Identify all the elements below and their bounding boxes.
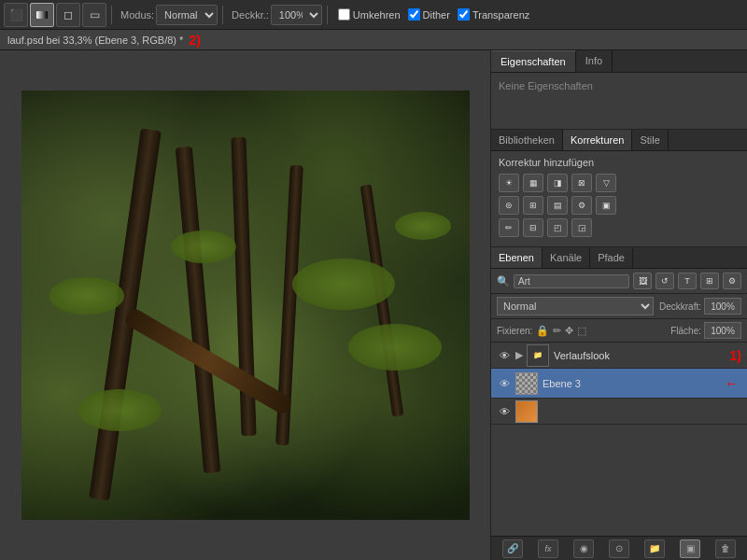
no-properties-text: Keine Eigenschaften xyxy=(499,80,740,91)
layers-mode-row: Normal Deckkraft: xyxy=(491,294,747,319)
umkehren-group: Umkehren xyxy=(338,8,401,21)
tab-kanaele[interactable]: Kanäle xyxy=(543,247,590,268)
dither-label: Dither xyxy=(423,9,450,21)
adjustment-layer-btn[interactable]: ⊙ xyxy=(609,539,629,558)
korr-icon-vibrance[interactable]: ▽ xyxy=(596,174,616,192)
modus-select[interactable]: Normal xyxy=(156,5,218,25)
opacity-group: Deckkraft: xyxy=(659,298,741,315)
layers-search-input[interactable] xyxy=(518,276,625,287)
layer-item-ebene3[interactable]: 👁 Ebene 3 ← xyxy=(491,369,747,399)
layer-filter-btn-3[interactable]: T xyxy=(678,273,697,289)
search-icon: 🔍 xyxy=(497,275,510,287)
deckk-label: Deckkr.: xyxy=(232,9,269,21)
moss-2 xyxy=(348,324,442,371)
layer-group-verlaufslook[interactable]: 👁 ▶ 📁 Verlaufslook 1) xyxy=(491,343,747,369)
new-group-btn[interactable]: 📁 xyxy=(644,539,665,558)
fix-icon-move[interactable]: ✥ xyxy=(565,325,573,337)
new-layer-btn[interactable]: ▣ xyxy=(680,539,700,558)
tool-btn-3[interactable]: ◻ xyxy=(56,3,80,27)
layer-item-gradient[interactable]: 👁 xyxy=(491,399,747,425)
right-panel: Eigenschaften Info Keine Eigenschaften B… xyxy=(490,50,747,560)
document-title: lauf.psd bei 33,3% (Ebene 3, RGB/8) * xyxy=(7,35,183,46)
moss-1 xyxy=(49,277,124,315)
layer-filter-btn-2[interactable]: ↺ xyxy=(655,273,674,289)
layers-tabs: Ebenen Kanäle Pfade xyxy=(491,247,747,269)
add-mask-btn[interactable]: ◉ xyxy=(573,539,594,558)
korr-icon-hsl[interactable]: ⊜ xyxy=(499,196,519,215)
tab-korrekturen[interactable]: Korrekturen xyxy=(563,130,632,150)
eye-icon-verlaufslook[interactable]: 👁 xyxy=(497,348,512,363)
annotation-1-label: 1) xyxy=(730,348,741,363)
korr-icon-curves[interactable]: ◨ xyxy=(547,174,568,192)
fix-icon-artboard[interactable]: ⬚ xyxy=(577,325,586,337)
opacity-input[interactable] xyxy=(704,298,741,315)
tab-bibliotheken[interactable]: Bibliotheken xyxy=(491,130,563,150)
flache-label: Fläche: xyxy=(670,326,701,336)
fixieren-row: Fixieren: 🔒 ✏ ✥ ⬚ Fläche: xyxy=(491,319,747,343)
korr-icon-photofilt[interactable]: ⚙ xyxy=(571,196,592,215)
layer-filter-btn-4[interactable]: ⊞ xyxy=(700,273,719,289)
tab-stile[interactable]: Stile xyxy=(632,130,668,150)
korr-icon-colorbal[interactable]: ⊞ xyxy=(523,196,543,215)
korr-icon-exposure[interactable]: ⊠ xyxy=(571,174,592,192)
fix-icon-brush[interactable]: ✏ xyxy=(553,325,561,337)
korr-icons-row-3: ✏ ⊟ ◰ ◲ xyxy=(499,218,740,237)
tool-btn-gradient[interactable] xyxy=(30,3,54,27)
opacity-label: Deckkraft: xyxy=(659,301,701,312)
folder-thumb-verlaufslook: 📁 xyxy=(527,344,549,367)
tab-pfade[interactable]: Pfade xyxy=(590,247,633,268)
korr-icon-channelmix[interactable]: ▣ xyxy=(596,196,616,215)
tree-trunk-3 xyxy=(89,128,161,500)
layer-list: 👁 ▶ 📁 Verlaufslook 1) 👁 Ebene 3 ← 👁 xyxy=(491,343,747,536)
eye-icon-ebene3[interactable]: 👁 xyxy=(497,376,512,391)
layers-section: Ebenen Kanäle Pfade 🔍 🖼 ↺ T ⊞ ⚙ Normal xyxy=(491,247,747,560)
korr-icon-threshold[interactable]: ◰ xyxy=(547,218,568,237)
transparenz-checkbox[interactable] xyxy=(458,8,470,21)
layer-effects-btn[interactable]: fx xyxy=(538,539,558,558)
layer-filter-btn-1[interactable]: 🖼 xyxy=(633,273,652,289)
korr-icons-row-1: ☀ ▦ ◨ ⊠ ▽ xyxy=(499,174,740,192)
layer-filter-btn-5[interactable]: ⚙ xyxy=(723,273,741,289)
main-toolbar: ⬛ ◻ ▭ Modus: Normal Deckkr.: 100% Umkehr… xyxy=(0,0,747,30)
tab-info[interactable]: Info xyxy=(576,50,613,72)
deckk-select[interactable]: 100% xyxy=(271,5,322,25)
expand-icon-verlaufslook[interactable]: ▶ xyxy=(515,349,523,361)
layer-name-ebene3: Ebene 3 xyxy=(543,378,725,389)
layer-thumb-gradient xyxy=(515,400,538,423)
korr-icon-bw[interactable]: ▤ xyxy=(547,196,568,215)
tool-btn-1[interactable]: ⬛ xyxy=(4,3,28,27)
modus-label: Modus: xyxy=(120,9,154,21)
layers-bottom-toolbar: 🔗 fx ◉ ⊙ 📁 ▣ 🗑 xyxy=(491,536,747,560)
eye-icon-gradient[interactable]: 👁 xyxy=(497,404,512,419)
fix-icon-lock[interactable]: 🔒 xyxy=(536,325,549,337)
separator-2 xyxy=(222,6,223,24)
korrekturen-content: Korrektur hinzufügen ☀ ▦ ◨ ⊠ ▽ ⊜ ⊞ ▤ ⚙ ▣… xyxy=(491,151,747,246)
korr-icon-brightness[interactable]: ☀ xyxy=(499,174,519,192)
canvas-image xyxy=(21,91,470,520)
properties-content: Keine Eigenschaften xyxy=(491,73,747,129)
tool-btn-4[interactable]: ▭ xyxy=(82,3,106,27)
dither-checkbox[interactable] xyxy=(408,8,420,21)
korrekturen-tabs: Bibliotheken Korrekturen Stile xyxy=(491,130,747,151)
moss-4 xyxy=(78,389,162,431)
layer-mode-select[interactable]: Normal xyxy=(497,297,654,315)
korr-icon-invert[interactable]: ✏ xyxy=(499,218,519,237)
link-layers-btn[interactable]: 🔗 xyxy=(502,539,523,558)
umkehren-checkbox[interactable] xyxy=(338,8,350,21)
document-tab[interactable]: lauf.psd bei 33,3% (Ebene 3, RGB/8) * 2) xyxy=(0,30,747,50)
korr-icon-levels[interactable]: ▦ xyxy=(523,174,543,192)
arrow-icon-ebene3: ← xyxy=(725,375,740,392)
dither-group: Dither xyxy=(408,8,450,21)
korrekturen-section: Bibliotheken Korrekturen Stile Korrektur… xyxy=(491,130,747,247)
layer-name-verlaufslook: Verlaufslook xyxy=(554,350,730,361)
korr-icon-posterize[interactable]: ⊟ xyxy=(523,218,543,237)
tab-ebenen[interactable]: Ebenen xyxy=(491,247,543,268)
umkehren-label: Umkehren xyxy=(353,9,401,21)
transparenz-group: Transparenz xyxy=(458,8,529,21)
delete-layer-btn[interactable]: 🗑 xyxy=(715,539,736,558)
korr-icon-gradient[interactable]: ◲ xyxy=(571,218,592,237)
tab-eigenschaften[interactable]: Eigenschaften xyxy=(491,50,576,72)
layers-search-box xyxy=(514,274,629,288)
flache-input[interactable] xyxy=(704,322,741,339)
korr-icons-row-2: ⊜ ⊞ ▤ ⚙ ▣ xyxy=(499,196,740,215)
